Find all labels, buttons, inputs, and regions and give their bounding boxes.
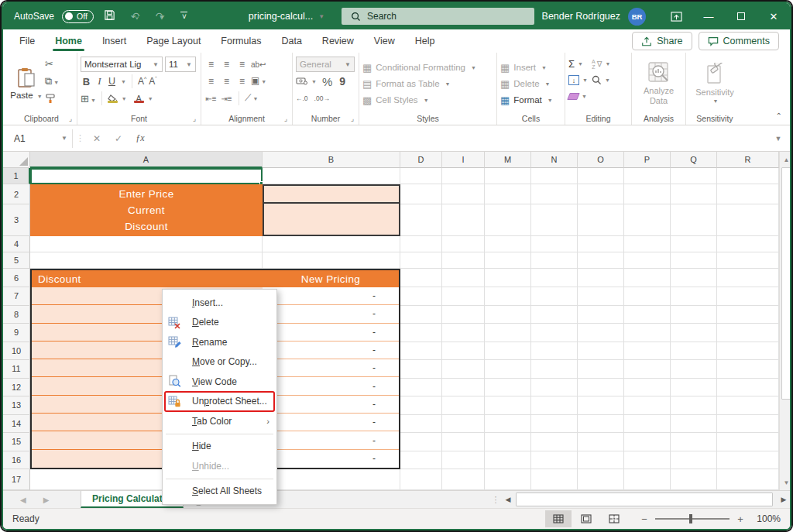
new-pricing-cell[interactable]: - xyxy=(263,450,399,468)
tab-formulas[interactable]: Formulas xyxy=(211,29,271,53)
maximize-button[interactable] xyxy=(725,3,757,29)
tab-insert[interactable]: Insert xyxy=(92,29,136,53)
column-header-d[interactable]: D xyxy=(400,152,442,168)
find-select-icon[interactable]: ▼ xyxy=(592,75,615,85)
format-as-table-button[interactable]: ▤Format as Table▼ xyxy=(362,76,493,92)
column-header-r[interactable]: R xyxy=(717,152,779,168)
horizontal-scroll-thumb[interactable] xyxy=(516,493,773,506)
font-dialog-launcher-icon[interactable]: ⌟ xyxy=(193,115,196,122)
scroll-down-icon[interactable]: ▼ xyxy=(780,475,790,490)
align-left-icon[interactable]: ≡ xyxy=(204,76,218,88)
paste-button[interactable]: Paste ▼ xyxy=(9,56,43,112)
row-header-13[interactable]: 13 xyxy=(3,396,30,415)
new-pricing-cell[interactable]: - xyxy=(263,414,399,431)
row-header-2[interactable]: 2 xyxy=(3,184,30,204)
column-header-m[interactable]: M xyxy=(485,152,531,168)
new-pricing-cell[interactable]: - xyxy=(263,396,399,414)
horizontal-scrollbar[interactable]: ◀ ▶ xyxy=(502,491,790,508)
namebox-splitter[interactable]: ⋮ xyxy=(76,133,84,143)
insert-function-icon[interactable]: ƒx xyxy=(131,132,149,144)
tab-data[interactable]: Data xyxy=(271,29,311,53)
next-sheet-icon[interactable]: ▶ xyxy=(43,496,50,504)
comments-button[interactable]: Comments xyxy=(699,32,779,50)
insert-cells-button[interactable]: ▦Insert▼ xyxy=(500,60,561,76)
menu-item-tab-color[interactable]: Tab Color› xyxy=(163,411,276,431)
sheet-cells[interactable]: Enter PriceCurrentDiscount Discount New … xyxy=(30,168,779,490)
row-header-14[interactable]: 14 xyxy=(3,415,30,434)
column-header-b[interactable]: B xyxy=(263,152,400,168)
zoom-in-icon[interactable]: + xyxy=(736,513,745,525)
merge-center-icon[interactable]: ▣▼ xyxy=(251,75,264,88)
search-input[interactable]: Search xyxy=(342,8,534,25)
column-header-a[interactable]: A xyxy=(30,152,263,168)
minimize-button[interactable]: — xyxy=(692,3,725,29)
decrease-indent-icon[interactable]: ⇤≡ xyxy=(204,93,218,105)
document-title[interactable]: pricing-calcul... ▼ xyxy=(249,11,324,22)
italic-button[interactable]: I xyxy=(94,75,105,88)
row-header-3[interactable]: 3 xyxy=(3,204,30,236)
share-button[interactable]: Share xyxy=(632,32,692,50)
row-header-9[interactable]: 9 xyxy=(3,324,30,342)
row-header-7[interactable]: 7 xyxy=(3,287,30,306)
font-size-select[interactable]: 11▼ xyxy=(165,57,196,72)
scroll-right-icon[interactable]: ▶ xyxy=(778,491,790,508)
tab-file[interactable]: File xyxy=(9,29,45,53)
font-color-icon[interactable]: A xyxy=(134,94,144,103)
format-cells-button[interactable]: ▦Format▼ xyxy=(500,92,561,108)
column-header-q[interactable]: Q xyxy=(671,152,717,168)
formula-input[interactable] xyxy=(153,129,768,148)
zoom-slider[interactable] xyxy=(655,518,729,520)
select-all-corner[interactable] xyxy=(3,152,30,168)
shrink-font-button[interactable]: Aˇ xyxy=(149,76,156,87)
name-box[interactable]: A1▼ xyxy=(9,129,73,148)
conditional-formatting-button[interactable]: ▦Conditional Formatting▼ xyxy=(362,60,493,76)
row-header-8[interactable]: 8 xyxy=(3,306,30,324)
menu-item-delete[interactable]: Delete xyxy=(163,313,276,333)
row-header-12[interactable]: 12 xyxy=(3,379,30,397)
row-header-15[interactable]: 15 xyxy=(3,433,30,451)
sensitivity-button[interactable]: Sensitivity ▼ xyxy=(692,56,737,112)
page-layout-view-icon[interactable] xyxy=(573,510,599,527)
row-header-16[interactable]: 16 xyxy=(3,451,30,470)
alignment-dialog-launcher-icon[interactable]: ⌟ xyxy=(284,115,287,122)
borders-icon[interactable]: ⊞▼ xyxy=(81,93,96,105)
align-top-icon[interactable]: ≡ xyxy=(204,61,218,68)
new-pricing-cell[interactable]: - xyxy=(263,287,399,305)
menu-item-insert[interactable]: Insert... xyxy=(163,293,276,313)
new-pricing-cell[interactable]: - xyxy=(263,431,399,449)
avatar[interactable]: BR xyxy=(628,8,646,26)
number-format-select[interactable]: General▼ xyxy=(296,57,355,72)
fill-color-icon[interactable] xyxy=(108,94,118,103)
vertical-scroll-thumb[interactable] xyxy=(781,167,790,400)
wrap-text-icon[interactable]: ab↩ xyxy=(251,59,264,70)
autosum-button[interactable]: Σ▼ xyxy=(568,58,592,70)
expand-formula-bar-icon[interactable]: ▼ xyxy=(771,135,785,142)
copy-icon[interactable]: ⧉▼ xyxy=(45,75,59,88)
cell-styles-button[interactable]: ▩Cell Styles▼ xyxy=(362,92,493,108)
font-name-select[interactable]: Montserrat Lig▼ xyxy=(81,57,163,72)
user-name[interactable]: Bender Rodríguez xyxy=(542,11,620,22)
scroll-up-icon[interactable]: ▲ xyxy=(780,152,790,167)
row-header-11[interactable]: 11 xyxy=(3,360,30,379)
comma-style-icon[interactable]: 9 xyxy=(339,75,345,88)
new-pricing-cell[interactable]: - xyxy=(263,305,399,323)
ribbon-display-options-icon[interactable] xyxy=(660,3,692,29)
row-header-10[interactable]: 10 xyxy=(3,342,30,361)
delete-cells-button[interactable]: ▦Delete▼ xyxy=(500,76,561,92)
price-input-cell[interactable] xyxy=(264,186,399,204)
orientation-icon[interactable]: ⟋▼ xyxy=(245,92,258,105)
normal-view-icon[interactable] xyxy=(545,510,572,527)
grow-font-button[interactable]: A^ xyxy=(138,76,146,87)
menu-item-select-all-sheets[interactable]: Select All Sheets xyxy=(163,482,276,502)
align-center-icon[interactable]: ≡ xyxy=(220,76,233,88)
menu-item-view-code[interactable]: View Code xyxy=(163,372,276,392)
increase-indent-icon[interactable]: ⇥≡ xyxy=(220,93,233,105)
collapse-ribbon-icon[interactable]: ⌃ xyxy=(776,112,782,120)
increase-decimal-icon[interactable]: ←.0 xyxy=(296,94,308,102)
number-dialog-launcher-icon[interactable]: ⌟ xyxy=(351,115,354,122)
align-right-icon[interactable]: ≡ xyxy=(235,76,249,88)
selected-cell-a1[interactable] xyxy=(30,168,263,184)
percent-style-icon[interactable]: % xyxy=(322,75,332,88)
sort-filter-icon[interactable]: AZ∇▼ xyxy=(592,59,615,70)
row-header-1[interactable]: 1 xyxy=(3,168,30,184)
